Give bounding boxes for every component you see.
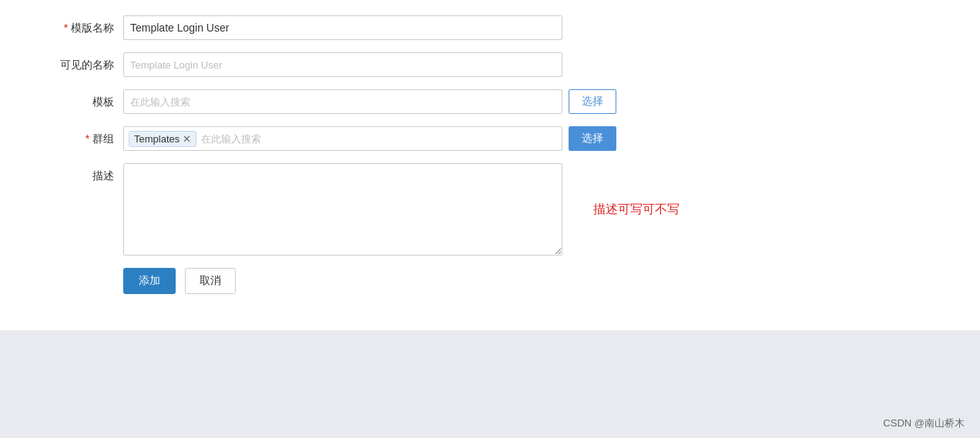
button-row: 添加 取消 xyxy=(123,268,934,294)
group-search-input[interactable] xyxy=(200,132,300,146)
footer-credit: CSDN @南山桥木 xyxy=(883,416,965,430)
module-name-label: 模版名称 xyxy=(46,15,123,40)
description-row: 描述 描述可写可不写 xyxy=(46,163,934,256)
template-row: 模板 选择 xyxy=(46,89,934,114)
description-label: 描述 xyxy=(46,163,123,188)
visible-name-row: 可见的名称 xyxy=(46,52,934,77)
page-wrapper: 模版名称 可见的名称 模板 选择 群组 Templates ✕ 选择 xyxy=(0,0,980,438)
footer-area: CSDN @南山桥木 xyxy=(0,330,980,438)
description-hint: 描述可写可不写 xyxy=(593,163,680,256)
group-label: 群组 xyxy=(46,126,123,151)
module-name-input[interactable] xyxy=(123,15,562,40)
group-field: Templates ✕ xyxy=(123,126,562,151)
form-area: 模版名称 可见的名称 模板 选择 群组 Templates ✕ 选择 xyxy=(0,0,980,330)
group-select-button[interactable]: 选择 xyxy=(569,126,616,151)
add-button[interactable]: 添加 xyxy=(123,268,176,294)
template-select-button[interactable]: 选择 xyxy=(569,89,616,114)
visible-name-input[interactable] xyxy=(123,52,562,77)
cancel-button[interactable]: 取消 xyxy=(185,268,236,294)
module-name-row: 模版名称 xyxy=(46,15,934,40)
group-tag-label: Templates xyxy=(134,133,180,145)
group-row: 群组 Templates ✕ 选择 xyxy=(46,126,934,151)
template-label: 模板 xyxy=(46,89,123,114)
group-tag: Templates ✕ xyxy=(129,131,196,147)
template-search-input[interactable] xyxy=(123,89,562,114)
description-textarea[interactable] xyxy=(123,163,562,256)
visible-name-label: 可见的名称 xyxy=(46,52,123,77)
group-tag-close-icon[interactable]: ✕ xyxy=(183,134,191,144)
